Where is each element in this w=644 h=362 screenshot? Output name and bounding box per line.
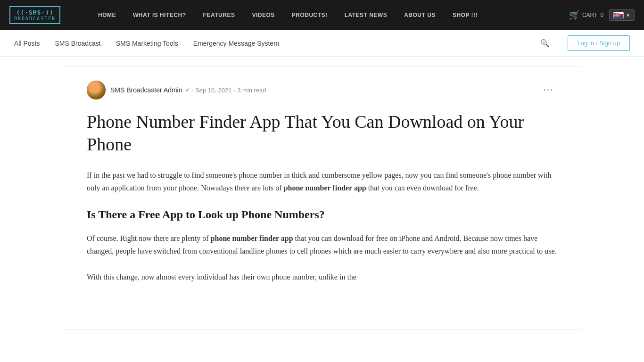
author-separator: · bbox=[192, 87, 194, 94]
author-avatar bbox=[87, 81, 106, 99]
logo-box: ((·SMS·)) BROADCASTER bbox=[9, 6, 60, 24]
nav-item-features[interactable]: FEATURES bbox=[195, 0, 244, 30]
author-name: SMS Broadcaster Admin bbox=[110, 86, 182, 94]
cart-label: CART bbox=[582, 12, 597, 18]
s1p2-text-before: With this change, now almost every indiv… bbox=[87, 273, 356, 281]
article-body: If in the past we had to struggle to fin… bbox=[87, 169, 557, 283]
author-date: Sep 10, 2021 bbox=[195, 87, 231, 94]
author-name-row: SMS Broadcaster Admin ✔ · Sep 10, 2021 ·… bbox=[110, 86, 266, 94]
author-read-time: 3 min read bbox=[237, 87, 266, 94]
nav-item-what-is-hitech[interactable]: WHAT IS HITECH? bbox=[124, 0, 195, 30]
cart-icon: 🛒 bbox=[569, 10, 579, 20]
flag-selector[interactable]: 🇺🇸 ▼ bbox=[609, 9, 635, 21]
author-row: SMS Broadcaster Admin ✔ · Sep 10, 2021 ·… bbox=[87, 81, 557, 99]
login-signup-button[interactable]: Log in / Sign up bbox=[568, 35, 630, 51]
para1-bold-text: phone number finder app bbox=[284, 184, 366, 192]
main-content: SMS Broadcaster Admin ✔ · Sep 10, 2021 ·… bbox=[49, 57, 595, 339]
section1-paragraph-2: With this change, now almost every indiv… bbox=[87, 271, 557, 283]
verified-icon: ✔ bbox=[185, 87, 190, 94]
nav-item-about-us[interactable]: ABOUT US bbox=[396, 0, 444, 30]
chevron-down-icon: ▼ bbox=[626, 13, 630, 18]
search-button[interactable]: 🔍 bbox=[537, 36, 553, 51]
article-paragraph-1: If in the past we had to struggle to fin… bbox=[87, 169, 557, 194]
article-title: Phone Number Finder App That You Can Dow… bbox=[87, 111, 557, 156]
nav-items: HOME WHAT IS HITECH? FEATURES VIDEOS PRO… bbox=[90, 0, 569, 30]
section1-paragraph-1: Of course. Right now there are plenty of… bbox=[87, 232, 557, 257]
nav-item-latest-news[interactable]: LATEST NEWS bbox=[336, 0, 396, 30]
cart-count: 0 bbox=[600, 12, 603, 18]
s1p1-bold-text: phone number finder app bbox=[211, 234, 293, 242]
section1-heading: Is There a Free App to Look up Phone Num… bbox=[87, 207, 557, 222]
article-card: SMS Broadcaster Admin ✔ · Sep 10, 2021 ·… bbox=[63, 66, 581, 330]
cart-area[interactable]: 🛒 CART 0 bbox=[569, 10, 603, 20]
search-icon: 🔍 bbox=[540, 39, 550, 48]
nav-item-products[interactable]: PRODUCTS! bbox=[283, 0, 336, 30]
logo-sms-text: ((·SMS·)) bbox=[16, 9, 53, 16]
sec-nav-all-posts[interactable]: All Posts bbox=[14, 38, 40, 49]
secondary-navigation: All Posts SMS Broadcast SMS Marketing To… bbox=[0, 30, 644, 57]
logo-area[interactable]: ((·SMS·)) BROADCASTER bbox=[9, 6, 90, 24]
logo-broadcaster-text: BROADCASTER bbox=[14, 16, 56, 21]
top-navigation: ((·SMS·)) BROADCASTER HOME WHAT IS HITEC… bbox=[0, 0, 644, 30]
sec-nav-sms-broadcast[interactable]: SMS Broadcast bbox=[55, 38, 100, 49]
nav-item-shop[interactable]: SHOP !!! bbox=[444, 0, 486, 30]
avatar-image bbox=[87, 81, 106, 99]
sec-nav-sms-marketing-tools[interactable]: SMS Marketing Tools bbox=[116, 38, 178, 49]
nav-right: 🛒 CART 0 🇺🇸 ▼ bbox=[569, 9, 635, 21]
sec-nav-emergency-message[interactable]: Emergency Message System bbox=[193, 38, 279, 49]
author-info: SMS Broadcaster Admin ✔ · Sep 10, 2021 ·… bbox=[110, 86, 266, 94]
para1-text-after: that you can even download for free. bbox=[366, 184, 479, 192]
flag-us-icon: 🇺🇸 bbox=[613, 12, 624, 18]
nav-item-home[interactable]: HOME bbox=[90, 0, 124, 30]
nav-item-videos[interactable]: VIDEOS bbox=[243, 0, 283, 30]
more-options-button[interactable]: ··· bbox=[540, 83, 557, 98]
author-read-sep: · bbox=[234, 87, 236, 94]
s1p1-text-before: Of course. Right now there are plenty of bbox=[87, 234, 211, 242]
